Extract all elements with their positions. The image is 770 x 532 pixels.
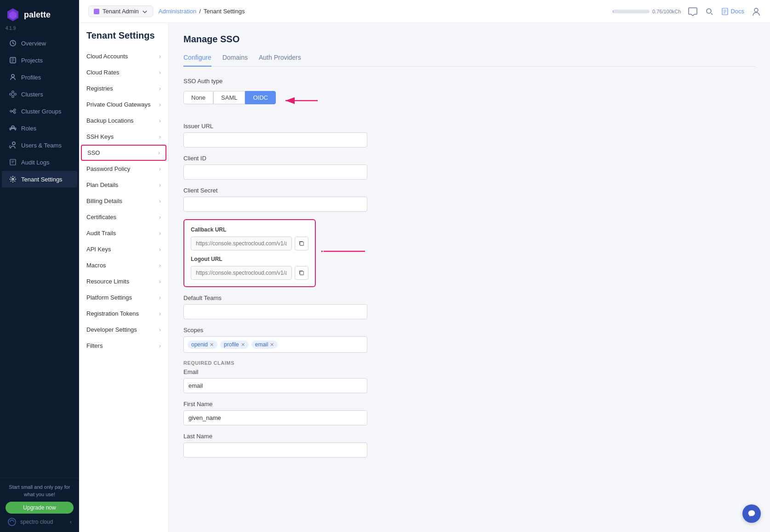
- sidebar-item-cluster-groups-label: Cluster Groups: [21, 108, 61, 115]
- chevron-right-icon: ›: [159, 278, 161, 285]
- chevron-right-icon: ›: [159, 230, 161, 237]
- tab-domains[interactable]: Domains: [222, 54, 248, 67]
- version-badge: 4.1.9: [0, 26, 79, 34]
- auth-type-group: None SAML OIDC: [183, 91, 276, 104]
- panel-title: Manage SSO: [183, 34, 755, 45]
- settings-item-cloud-accounts[interactable]: Cloud Accounts ›: [79, 48, 168, 64]
- settings-item-filters[interactable]: Filters ›: [79, 338, 168, 354]
- tenant-icon: [93, 8, 100, 15]
- logout-copy-button[interactable]: [295, 266, 308, 280]
- ssh-keys-label: SSH Keys: [86, 133, 114, 140]
- svg-rect-29: [300, 272, 304, 275]
- tenant-selector[interactable]: Tenant Admin: [88, 6, 153, 17]
- last-name-label: Last Name: [183, 433, 367, 440]
- logout-url-input[interactable]: [191, 266, 292, 280]
- auth-btn-none[interactable]: None: [183, 91, 213, 104]
- settings-item-ssh-keys[interactable]: SSH Keys ›: [79, 129, 168, 145]
- first-name-input[interactable]: [183, 410, 367, 425]
- tenant-settings-icon: [9, 175, 17, 183]
- sidebar-item-clusters[interactable]: Clusters: [2, 86, 77, 102]
- scope-profile-value: profile: [224, 341, 239, 348]
- svg-rect-5: [12, 91, 14, 93]
- callback-copy-button[interactable]: [295, 237, 308, 250]
- scope-openid-remove[interactable]: ✕: [210, 342, 214, 348]
- required-claims-label: REQUIRED CLAIMS: [183, 360, 367, 366]
- sidebar-item-audit-logs[interactable]: Audit Logs: [2, 154, 77, 170]
- sidebar-item-projects[interactable]: Projects: [2, 52, 77, 68]
- roles-icon: [9, 125, 17, 132]
- copy-icon: [298, 240, 305, 247]
- scope-profile-remove[interactable]: ✕: [241, 342, 245, 348]
- backup-locations-label: Backup Locations: [86, 117, 134, 124]
- settings-item-private-cloud-gateways[interactable]: Private Cloud Gateways ›: [79, 96, 168, 113]
- settings-item-password-policy[interactable]: Password Policy ›: [79, 161, 168, 177]
- sidebar-footer: Start small and only pay for what you us…: [0, 478, 79, 532]
- scope-tag-email: email ✕: [251, 340, 278, 349]
- user-icon[interactable]: [752, 7, 761, 16]
- settings-item-cloud-rates[interactable]: Cloud Rates ›: [79, 64, 168, 80]
- auth-btn-saml[interactable]: SAML: [213, 91, 245, 104]
- usage-label: 0.76/100kCh: [652, 9, 681, 14]
- svg-point-25: [754, 8, 758, 12]
- auth-type-area: None SAML OIDC: [183, 87, 367, 113]
- client-id-input[interactable]: [183, 164, 367, 180]
- sidebar-item-users-teams[interactable]: Users & Teams: [2, 137, 77, 153]
- usage-bar: [613, 10, 650, 13]
- tab-configure[interactable]: Configure: [183, 54, 211, 67]
- default-teams-input[interactable]: [183, 304, 367, 319]
- settings-item-certificates[interactable]: Certificates ›: [79, 209, 168, 225]
- settings-item-plan-details[interactable]: Plan Details ›: [79, 177, 168, 193]
- registries-label: Registries: [86, 85, 113, 92]
- cluster-groups-icon: [9, 108, 17, 115]
- filters-label: Filters: [86, 342, 103, 349]
- settings-item-sso[interactable]: SSO ›: [81, 145, 166, 161]
- oidc-arrow: [283, 95, 320, 106]
- callback-arrow-area: [321, 233, 367, 270]
- settings-item-backup-locations[interactable]: Backup Locations ›: [79, 113, 168, 129]
- tab-auth-providers[interactable]: Auth Providers: [259, 54, 301, 67]
- scope-email-remove[interactable]: ✕: [270, 342, 274, 348]
- chat-icon[interactable]: [688, 7, 697, 16]
- search-icon[interactable]: [705, 7, 714, 16]
- settings-item-platform-settings[interactable]: Platform Settings ›: [79, 289, 168, 306]
- chat-bubble[interactable]: [742, 504, 761, 523]
- overview-icon: [9, 40, 17, 47]
- docs-button[interactable]: Docs: [721, 8, 744, 15]
- svg-rect-7: [14, 93, 16, 95]
- upgrade-button[interactable]: Upgrade now: [6, 502, 74, 514]
- docs-icon: [721, 8, 729, 15]
- email-claim-input[interactable]: [183, 378, 367, 393]
- sidebar-item-profiles[interactable]: Profiles: [2, 69, 77, 85]
- platform-settings-label: Platform Settings: [86, 294, 132, 301]
- issuer-url-input[interactable]: [183, 132, 367, 147]
- svg-rect-22: [94, 9, 99, 14]
- sidebar-collapse-icon[interactable]: ‹: [70, 519, 72, 525]
- settings-item-audit-trails[interactable]: Audit Trails ›: [79, 225, 168, 241]
- auth-btn-oidc[interactable]: OIDC: [245, 91, 276, 104]
- private-cloud-gateways-label: Private Cloud Gateways: [86, 101, 150, 108]
- settings-item-developer-settings[interactable]: Developer Settings ›: [79, 322, 168, 338]
- chevron-right-icon: ›: [159, 102, 161, 108]
- callback-url-input[interactable]: [191, 237, 292, 250]
- sidebar-item-tenant-settings[interactable]: Tenant Settings: [2, 171, 77, 187]
- sso-label: SSO: [87, 149, 100, 156]
- scope-tag-openid: openid ✕: [188, 340, 217, 349]
- breadcrumb-admin[interactable]: Administration: [159, 8, 196, 15]
- cloud-accounts-label: Cloud Accounts: [86, 53, 128, 60]
- settings-item-macros[interactable]: Macros ›: [79, 257, 168, 273]
- settings-item-billing-details[interactable]: Billing Details ›: [79, 193, 168, 209]
- last-name-input[interactable]: [183, 442, 367, 458]
- sidebar-item-overview-label: Overview: [21, 40, 46, 47]
- callback-url-row: [191, 237, 308, 250]
- settings-item-registration-tokens[interactable]: Registration Tokens ›: [79, 306, 168, 322]
- settings-item-registries[interactable]: Registries ›: [79, 80, 168, 96]
- settings-item-api-keys[interactable]: API Keys ›: [79, 241, 168, 257]
- sidebar-item-roles[interactable]: Roles: [2, 120, 77, 136]
- client-secret-input[interactable]: [183, 197, 367, 212]
- settings-item-resource-limits[interactable]: Resource Limits ›: [79, 273, 168, 289]
- chevron-right-icon: ›: [158, 150, 160, 156]
- sidebar-item-overview[interactable]: Overview: [2, 35, 77, 51]
- sidebar-item-cluster-groups[interactable]: Cluster Groups: [2, 103, 77, 119]
- email-claim-label: Email: [183, 368, 367, 375]
- scopes-input[interactable]: openid ✕ profile ✕ email ✕: [183, 336, 367, 353]
